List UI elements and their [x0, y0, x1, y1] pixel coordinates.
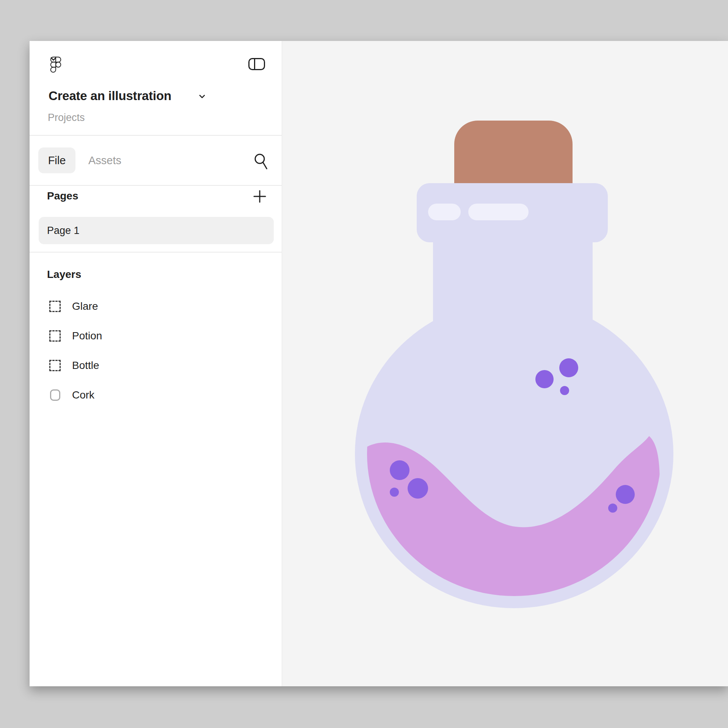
sidebar: Create an illustration Projects File Ass…	[30, 41, 282, 686]
design-canvas[interactable]	[282, 41, 728, 686]
frame-dashed-icon	[49, 301, 61, 312]
layer-label: Glare	[72, 300, 98, 313]
layer-item-potion[interactable]: Potion	[30, 326, 282, 346]
potion-bottle-illustration	[282, 41, 728, 686]
layers-heading: Layers	[47, 268, 81, 281]
tab-file-label: File	[48, 154, 66, 167]
search-icon	[254, 153, 268, 171]
pages-heading: Pages	[47, 189, 78, 203]
divider	[30, 185, 282, 186]
frame-dashed-icon	[49, 330, 61, 342]
layer-item-glare[interactable]: Glare	[30, 296, 282, 317]
glare-shape[interactable]	[428, 204, 529, 220]
page-label: Page 1	[47, 225, 80, 237]
bubble	[390, 460, 410, 480]
main-menu-button[interactable]	[50, 56, 77, 73]
sidebar-panel-icon	[248, 58, 265, 70]
add-page-button[interactable]	[253, 190, 267, 203]
bubble	[560, 386, 569, 395]
bubble	[408, 478, 428, 499]
bubble	[559, 358, 578, 377]
layer-label: Potion	[72, 329, 102, 342]
breadcrumb: Projects	[48, 111, 85, 124]
layer-label: Cork	[72, 389, 94, 402]
bubble	[608, 504, 617, 513]
bubble	[535, 370, 554, 388]
tab-assets-label: Assets	[88, 154, 121, 167]
bubble	[390, 488, 399, 497]
frame-dashed-icon	[49, 360, 61, 371]
bubble	[616, 485, 635, 504]
chevron-down-icon	[50, 56, 57, 61]
search-button[interactable]	[254, 153, 268, 171]
page-list-item-page-1[interactable]: Page 1	[39, 217, 274, 244]
layer-label: Bottle	[72, 359, 99, 372]
plus-icon	[253, 190, 267, 203]
toggle-sidebar-button[interactable]	[248, 58, 265, 70]
divider	[30, 252, 282, 253]
file-title: Create an illustration	[49, 89, 171, 103]
tab-assets[interactable]: Assets	[88, 147, 121, 173]
tab-file[interactable]: File	[38, 147, 75, 173]
app-window: Create an illustration Projects File Ass…	[30, 41, 728, 686]
rectangle-shape-icon	[49, 389, 61, 401]
divider	[30, 135, 282, 136]
layer-item-bottle[interactable]: Bottle	[30, 355, 282, 376]
layer-item-cork[interactable]: Cork	[30, 385, 282, 405]
file-title-chevron-icon[interactable]	[199, 94, 206, 99]
